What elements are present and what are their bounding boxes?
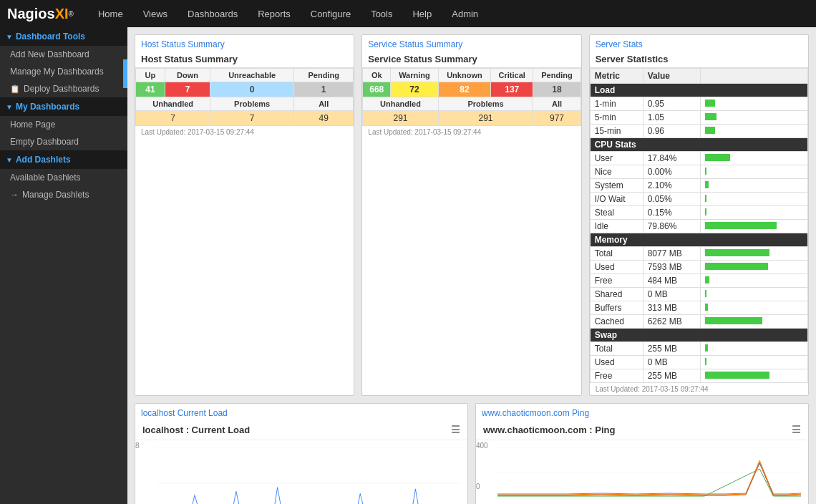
table-row: 668 72 82 137 18 (363, 82, 581, 97)
val-critical[interactable]: 137 (491, 82, 533, 97)
layout: ▼ Dashboard Tools Add New Dashboard Mana… (0, 27, 816, 504)
sidebar-item-label: Manage My Dashboards (10, 67, 104, 77)
bar-swap-total (701, 342, 808, 356)
bar-iowait (701, 193, 808, 206)
col-unreachable: Unreachable (210, 69, 294, 82)
ping-chart-svg (497, 447, 801, 498)
service-status-title-link[interactable]: Service Status Summary (362, 35, 581, 51)
sidebar-item-manage-dashlets[interactable]: → Manage Dashlets (0, 186, 127, 203)
ping-chart-area: 400 0 (476, 440, 808, 504)
sidebar-item-label: Home Page (10, 120, 55, 130)
sidebar: ▼ Dashboard Tools Add New Dashboard Mana… (0, 27, 127, 504)
table-row: Metric Value (590, 69, 807, 84)
sidebar-section-my-dashboards[interactable]: ▼ My Dashboards (0, 97, 127, 116)
val-idle: 79.86% (643, 220, 701, 233)
sidebar-item-available-dashlets[interactable]: Available Dashlets (0, 169, 127, 186)
nav-home[interactable]: Home (88, 0, 133, 27)
host-status-heading: Host Status Summary (135, 51, 354, 68)
val-iowait: 0.05% (643, 193, 701, 206)
localhost-chart-title-link[interactable]: localhost Current Load (135, 404, 467, 420)
metric-nice: Nice (590, 165, 643, 179)
table-row: Used 0 MB (590, 356, 807, 369)
nav-help[interactable]: Help (402, 0, 442, 27)
bar-5min (701, 111, 808, 125)
val-nice: 0.00% (643, 165, 701, 179)
server-stats-heading: Server Statistics (590, 51, 808, 68)
table-row: Memory (590, 233, 807, 247)
val-swap-free: 255 MB (643, 369, 701, 383)
nav-admin[interactable]: Admin (442, 0, 488, 27)
val-all[interactable]: 49 (294, 111, 354, 126)
nav-configure[interactable]: Configure (301, 0, 361, 27)
metric-iowait: I/O Wait (590, 193, 643, 206)
metric-15min: 15-min (590, 125, 643, 138)
metric-shared: Shared (590, 288, 643, 301)
val-unreachable[interactable]: 0 (210, 82, 294, 97)
col-pending: Pending (533, 69, 581, 82)
val-5min: 1.05 (643, 111, 701, 125)
nav-tools[interactable]: Tools (361, 0, 402, 27)
localhost-chart-svg (157, 447, 460, 504)
table-row: 5-min 1.05 (590, 111, 807, 125)
val-pending[interactable]: 1 (294, 82, 354, 97)
col-unhandled: Unhandled (136, 97, 210, 111)
sidebar-section-dashboard-tools[interactable]: ▼ Dashboard Tools (0, 27, 127, 46)
val-pending[interactable]: 18 (533, 82, 581, 97)
ping-chart-title-link[interactable]: www.chaoticmoon.com Ping (476, 404, 808, 420)
table-row: Buffers 313 MB (590, 301, 807, 315)
sidebar-item-add-new-dashboard[interactable]: Add New Dashboard (0, 46, 127, 63)
nav-reports[interactable]: Reports (248, 0, 301, 27)
sidebar-section-label: My Dashboards (16, 102, 79, 112)
col-value: Value (643, 69, 701, 84)
table-row: 291 291 977 (363, 111, 581, 126)
chart-menu-icon[interactable]: ☰ (792, 424, 801, 435)
service-status-footer: Last Updated: 2017-03-15 09:27:44 (362, 126, 581, 138)
val-problems[interactable]: 291 (438, 111, 533, 126)
col-problems: Problems (438, 97, 533, 111)
sidebar-item-deploy-dashboards[interactable]: 📋 Deploy Dashboards (0, 80, 127, 97)
main-content: Host Status Summary Host Status Summary … (127, 27, 816, 504)
val-all[interactable]: 977 (533, 111, 581, 126)
val-15min: 0.96 (643, 125, 701, 138)
col-unknown: Unknown (438, 69, 490, 82)
col-warning: Warning (391, 69, 439, 82)
deploy-icon: 📋 (10, 84, 20, 94)
val-swap-used: 0 MB (643, 356, 701, 369)
sidebar-item-manage-my-dashboards[interactable]: Manage My Dashboards (0, 63, 127, 80)
table-row: Used 7593 MB (590, 261, 807, 274)
nav-views[interactable]: Views (133, 0, 178, 27)
val-unhandled[interactable]: 291 (363, 111, 438, 126)
table-row: 7 7 49 (136, 111, 354, 126)
col-all: All (294, 97, 354, 111)
table-row: Unhandled Problems All (136, 97, 354, 111)
val-user: 17.84% (643, 152, 701, 165)
val-down[interactable]: 7 (165, 82, 210, 97)
host-status-title-link[interactable]: Host Status Summary (135, 35, 354, 51)
metric-swap-used: Used (590, 356, 643, 369)
val-up[interactable]: 41 (136, 82, 165, 97)
sidebar-item-empty-dashboard[interactable]: Empty Dashboard (0, 133, 127, 150)
table-row: User 17.84% (590, 152, 807, 165)
chart-menu-icon[interactable]: ☰ (451, 424, 460, 435)
val-unhandled[interactable]: 7 (136, 111, 210, 126)
val-problems[interactable]: 7 (210, 111, 294, 126)
metric-5min: 5-min (590, 111, 643, 125)
metric-1min: 1-min (590, 97, 643, 111)
y-max-label: 400 (476, 442, 488, 450)
table-row: Nice 0.00% (590, 165, 807, 179)
top-nav: NagiosXI® Home Views Dashboards Reports … (0, 0, 816, 27)
val-ok[interactable]: 668 (363, 82, 391, 97)
val-total: 8077 MB (643, 247, 701, 261)
val-unknown[interactable]: 82 (438, 82, 490, 97)
table-row: CPU Stats (590, 138, 807, 152)
nav-dashboards[interactable]: Dashboards (178, 0, 248, 27)
val-used: 7593 MB (643, 261, 701, 274)
sidebar-section-add-dashlets[interactable]: ▼ Add Dashlets (0, 150, 127, 169)
table-row: Total 255 MB (590, 342, 807, 356)
bar-shared (701, 288, 808, 301)
val-shared: 0 MB (643, 288, 701, 301)
val-warning[interactable]: 72 (391, 82, 439, 97)
bar-system (701, 179, 808, 193)
table-row: Load (590, 84, 807, 97)
sidebar-item-home-page[interactable]: Home Page (0, 116, 127, 133)
